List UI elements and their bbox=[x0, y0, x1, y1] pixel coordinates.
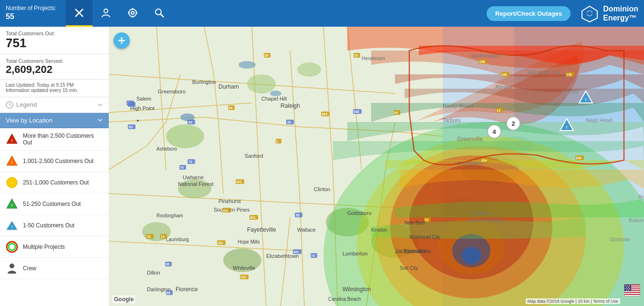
svg-text:Laurinburg: Laurinburg bbox=[166, 237, 189, 242]
header-nav bbox=[66, 0, 173, 27]
total-out-value: 751 bbox=[6, 36, 103, 50]
svg-text:Buxton: Buxton bbox=[629, 218, 644, 223]
legend-icon-1001-2500: ! bbox=[6, 155, 18, 167]
svg-text:74: 74 bbox=[311, 254, 315, 257]
svg-point-53 bbox=[462, 247, 481, 264]
svg-text:13: 13 bbox=[497, 109, 500, 112]
close-nav-button[interactable] bbox=[66, 0, 93, 27]
svg-text:Sanford: Sanford bbox=[245, 153, 263, 159]
legend-label-text: Legend bbox=[16, 101, 37, 108]
svg-text:Clinton: Clinton bbox=[314, 186, 330, 192]
svg-text:Pinehurst: Pinehurst bbox=[218, 198, 240, 204]
legend-label-251-1000: 251-1,000 Customers Out bbox=[23, 179, 89, 186]
svg-text:421: 421 bbox=[293, 250, 299, 254]
legend-icon-crew bbox=[6, 262, 18, 275]
svg-text:Whiteville: Whiteville bbox=[233, 265, 255, 271]
main-content: Total Customers Out: 751 Total Customers… bbox=[0, 27, 644, 306]
svg-point-33 bbox=[247, 74, 276, 93]
map-zoom-add-button[interactable] bbox=[114, 32, 130, 49]
svg-text:29: 29 bbox=[264, 54, 268, 57]
svg-line-10 bbox=[161, 14, 164, 17]
svg-text:321: 321 bbox=[218, 241, 223, 245]
svg-text:156: 156 bbox=[479, 60, 485, 63]
svg-point-44 bbox=[239, 61, 256, 69]
svg-text:Morehead City: Morehead City bbox=[409, 235, 440, 240]
legend-icon-2500plus: ! bbox=[6, 133, 18, 145]
clock-icon bbox=[6, 101, 13, 109]
svg-text:701: 701 bbox=[240, 275, 246, 279]
svg-rect-183 bbox=[624, 291, 640, 292]
legend-item-crew: Crew bbox=[0, 258, 109, 279]
map-background: Salem High Point ● Greensboro Burlington… bbox=[109, 27, 644, 306]
us-flag-button[interactable]: ★★★ ★★ ★★★ ★★ bbox=[624, 284, 640, 296]
svg-text:Greensboro: Greensboro bbox=[158, 89, 186, 94]
legend-item-51-250: ! 51-250 Customers Out bbox=[0, 194, 109, 215]
svg-text:Ocracoke: Ocracoke bbox=[610, 237, 630, 242]
svg-text:New Bern: New Bern bbox=[405, 220, 426, 225]
logo-line1: Dominion bbox=[603, 4, 638, 13]
legend-icon-1-50: ! bbox=[6, 219, 18, 232]
svg-text:95: 95 bbox=[296, 214, 300, 217]
report-check-outages-button[interactable]: Report/Check Outages bbox=[487, 6, 571, 21]
svg-point-34 bbox=[297, 62, 321, 77]
svg-text:158: 158 bbox=[501, 73, 507, 76]
legend-label-1-50: 1-50 Customers Out bbox=[23, 222, 74, 229]
svg-text:Murfreesboro: Murfreesboro bbox=[471, 53, 500, 59]
svg-text:Salem: Salem bbox=[136, 96, 151, 102]
svg-text:Burlington: Burlington bbox=[192, 79, 216, 85]
svg-text:540: 540 bbox=[353, 110, 359, 113]
svg-text:264: 264 bbox=[576, 156, 582, 160]
total-served-value: 2,609,202 bbox=[6, 64, 103, 75]
svg-text:Durham: Durham bbox=[218, 83, 239, 90]
svg-text:Tarboro: Tarboro bbox=[443, 117, 460, 123]
view-by-location-dropdown[interactable]: View by Location bbox=[0, 113, 109, 128]
svg-text:1: 1 bbox=[276, 140, 278, 143]
svg-text:Raleigh: Raleigh bbox=[280, 102, 300, 109]
svg-text:421: 421 bbox=[223, 209, 229, 212]
svg-text:401: 401 bbox=[250, 216, 256, 219]
num-projects-value: 55 bbox=[6, 12, 56, 22]
svg-text:Carolina Beach: Carolina Beach bbox=[328, 296, 361, 302]
svg-text:Wilmington: Wilmington bbox=[343, 286, 371, 293]
logo-text: Dominion Energy™ bbox=[603, 4, 638, 22]
svg-text:74: 74 bbox=[180, 166, 184, 169]
svg-text:!: ! bbox=[11, 138, 13, 143]
target-nav-button[interactable] bbox=[119, 0, 146, 27]
svg-text:Dillon: Dillon bbox=[147, 270, 160, 275]
map-attribution: Map data ©2018 Google | 20 km | Terms of… bbox=[526, 298, 620, 304]
svg-text:2: 2 bbox=[511, 120, 515, 127]
svg-text:!: ! bbox=[566, 125, 568, 130]
map-area[interactable]: Salem High Point ● Greensboro Burlington… bbox=[109, 27, 644, 306]
svg-text:95: 95 bbox=[166, 263, 169, 266]
svg-text:70: 70 bbox=[425, 218, 428, 222]
svg-text:Hope Mills: Hope Mills bbox=[238, 239, 260, 245]
svg-text:●: ● bbox=[136, 118, 139, 123]
search-nav-button[interactable] bbox=[146, 0, 173, 27]
svg-text:Croatan: Croatan bbox=[471, 210, 490, 216]
svg-rect-116 bbox=[128, 102, 135, 107]
svg-line-14 bbox=[10, 105, 11, 106]
person-nav-button[interactable] bbox=[93, 0, 119, 27]
svg-text:National Forest: National Forest bbox=[467, 217, 502, 223]
legend-toggle[interactable]: Legend bbox=[0, 97, 109, 113]
svg-text:Asheboro: Asheboro bbox=[156, 146, 177, 152]
dropdown-arrow-icon bbox=[97, 117, 103, 123]
total-customers-served-stat: Total Customers Served: 2,609,202 bbox=[0, 54, 109, 80]
num-projects-label: Number of Projects: bbox=[6, 5, 56, 12]
legend-label-multiple: Multiple Projects bbox=[23, 244, 65, 250]
dominion-energy-logo-icon bbox=[580, 4, 599, 23]
legend-icon-251-1000: ! bbox=[6, 176, 18, 189]
svg-text:Chapel Hill: Chapel Hill bbox=[261, 96, 287, 102]
svg-text:Uwharrie: Uwharrie bbox=[183, 174, 204, 180]
svg-text:421: 421 bbox=[236, 180, 242, 184]
svg-text:Kinston: Kinston bbox=[371, 227, 387, 233]
legend-label-2500plus: More than 2,500 Customers Out bbox=[23, 133, 103, 146]
legend-item-1-50: ! 1-50 Customers Out bbox=[0, 215, 109, 236]
legend-item-1001-2500: ! 1,001-2,500 Customers Out bbox=[0, 151, 109, 172]
total-served-label: Total Customers Served: bbox=[6, 58, 103, 64]
svg-point-2 bbox=[104, 9, 108, 13]
svg-text:Emerald Isle: Emerald Isle bbox=[405, 249, 431, 254]
svg-text:264: 264 bbox=[481, 159, 487, 162]
plus-icon bbox=[117, 36, 126, 45]
svg-text:Surf City: Surf City bbox=[400, 265, 418, 271]
